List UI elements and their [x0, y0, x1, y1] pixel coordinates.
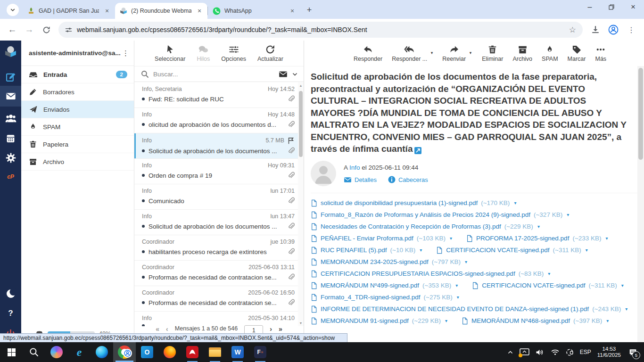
- search-bar[interactable]: Buscar...: [134, 66, 304, 82]
- attachment-menu-icon[interactable]: ▾: [567, 212, 569, 217]
- list-scrollbar[interactable]: ▲ ▼: [298, 82, 304, 326]
- compose-button[interactable]: [0, 68, 21, 86]
- forward-button[interactable]: Reenviar ▾: [442, 45, 466, 62]
- screen-share-icon[interactable]: [520, 348, 529, 356]
- refresh-button[interactable]: Actualizar: [257, 45, 283, 62]
- tray-chevron-up-icon[interactable]: [507, 349, 513, 355]
- attachment-menu-icon[interactable]: ▾: [514, 200, 516, 206]
- attachment-menu-icon[interactable]: ▾: [420, 247, 422, 253]
- attachment-item[interactable]: Formato_8_Razón de Proformas y Análisis …: [311, 211, 569, 219]
- tab-close-icon[interactable]: ×: [103, 7, 111, 15]
- url-text[interactable]: webmail.sanjuan.gob.ec/cpsess0865726561/…: [77, 26, 564, 33]
- bookmark-star-icon[interactable]: ☆: [569, 25, 576, 35]
- folder-archivo[interactable]: Archivo: [21, 153, 134, 171]
- attachment-name[interactable]: MEMORANDUM 91-signed.pdf: [321, 317, 409, 324]
- message-row[interactable]: Info lun 17:01 Comunicado: [134, 184, 298, 210]
- next-page-button[interactable]: ›: [270, 325, 272, 333]
- attachment-name[interactable]: CERTIFICACION PRESUPUESTARIA ESPACIOS-si…: [321, 270, 515, 277]
- tab-whatsapp[interactable]: WhatsApp ×: [208, 3, 300, 19]
- message-row[interactable]: Info Hoy 14:48 olicitud de aprobación de…: [134, 108, 298, 133]
- attachment-name[interactable]: PROFORMA 17-2025-signed.pdf: [476, 235, 569, 242]
- attachment-item[interactable]: CERTIFICACION VCATE-signed.pdf (~311 KB)…: [436, 247, 588, 254]
- attachment-item[interactable]: Necesidades de Contratación y Recepción …: [311, 223, 540, 230]
- attachment-item[interactable]: CERTIFICACION PRESUPUESTARIA ESPACIOS-si…: [311, 270, 550, 278]
- attachment-menu-icon[interactable]: ▾: [625, 306, 627, 312]
- attachment-name[interactable]: INFORME DE DETERMINACION DE NECESIDAD EV…: [321, 305, 589, 313]
- tab-close-icon[interactable]: ×: [288, 7, 297, 15]
- taskbar-ie-button[interactable]: e: [68, 342, 91, 362]
- taskbar-word-button[interactable]: W: [226, 342, 249, 362]
- attachment-item[interactable]: RUC PENAFIEL (5).pdf (~10 KB) ▾: [311, 247, 422, 254]
- taskbar-explorer-button[interactable]: [204, 342, 226, 362]
- tab-close-icon[interactable]: ×: [195, 7, 204, 15]
- attachment-menu-icon[interactable]: ▾: [548, 271, 550, 276]
- attachment-menu-icon[interactable]: ▾: [450, 236, 452, 241]
- language-indicator[interactable]: ESP: [580, 349, 591, 355]
- message-row[interactable]: Coordinador 2025-06-03 13:11 Proformas d…: [134, 261, 298, 286]
- notification-center-button[interactable]: 5: [627, 346, 638, 358]
- attachment-name[interactable]: CERTIFICACION VCATE-signed.pdf: [482, 282, 585, 289]
- reply-all-button[interactable]: Responder ... ▾: [392, 45, 427, 62]
- folder-spam[interactable]: SPAM: [21, 118, 134, 136]
- attachment-menu-icon[interactable]: ▾: [465, 259, 467, 264]
- help-button[interactable]: ?: [0, 304, 21, 322]
- attachment-item[interactable]: INFORME DE DETERMINACION DE NECESIDAD EV…: [311, 305, 627, 313]
- reply-all-dropdown-icon[interactable]: ▾: [431, 50, 433, 55]
- mail-nav-button[interactable]: [0, 86, 21, 107]
- details-link[interactable]: Detalles: [344, 176, 377, 184]
- message-scrollbar[interactable]: [637, 66, 644, 342]
- prev-page-button[interactable]: ‹: [166, 325, 168, 333]
- attachment-menu-icon[interactable]: ▾: [586, 247, 588, 253]
- taskbar-f-app-button[interactable]: F≡: [249, 342, 272, 362]
- options-button[interactable]: Opciones: [221, 45, 246, 62]
- attachment-menu-icon[interactable]: ▾: [445, 318, 447, 323]
- reload-button[interactable]: [39, 23, 53, 37]
- list-scrollbar-thumb[interactable]: [299, 91, 303, 157]
- attachment-name[interactable]: Formato_4_TDR-signed-signed.pdf: [321, 294, 421, 301]
- attachment-name[interactable]: PEÑAFIEL - Enviar Proforma.pdf: [321, 235, 413, 242]
- tab-roundcube[interactable]: (2) Roundcube Webmail :: Envia ×: [115, 3, 207, 19]
- select-button[interactable]: Seleccionar: [155, 45, 185, 62]
- minimize-button[interactable]: –: [579, 0, 601, 14]
- address-bar[interactable]: webmail.sanjuan.gob.ec/cpsess0865726561/…: [58, 22, 583, 38]
- attachment-name[interactable]: Formato_8_Razón de Proformas y Análisis …: [321, 211, 530, 218]
- folder-entrada[interactable]: Entrada 2: [21, 66, 134, 83]
- taskbar-acrobat-button[interactable]: [181, 342, 204, 362]
- contacts-nav-button[interactable]: [0, 109, 21, 127]
- taskbar-edge-button[interactable]: [91, 342, 113, 362]
- tab-gad[interactable]: GAD | GADPR San Juan | ×: [23, 3, 115, 19]
- headers-link[interactable]: Cabeceras: [388, 176, 428, 183]
- new-tab-button[interactable]: +: [303, 4, 315, 16]
- open-in-new-window-icon[interactable]: [414, 147, 421, 154]
- attachment-item[interactable]: MEMORÁNDUM Nº468-signed.pdf (~397 KB) ▾: [462, 317, 609, 325]
- message-row[interactable]: Info lun 13:47 Solicitud de aprobación d…: [134, 210, 298, 235]
- cast-icon[interactable]: [566, 348, 574, 356]
- attachment-item[interactable]: MEMORANDUM 234-2025-signed.pdf (~797 KB)…: [311, 258, 467, 266]
- downloads-button[interactable]: [588, 23, 603, 37]
- first-page-button[interactable]: «: [156, 325, 159, 333]
- settings-nav-button[interactable]: [0, 149, 21, 167]
- search-options-chevron-icon[interactable]: [292, 71, 298, 77]
- attachment-name[interactable]: Necesidades de Contratación y Recepción …: [321, 223, 501, 230]
- message-row[interactable]: Coordinador jue 10:39 habilitantes proce…: [134, 235, 298, 261]
- attachment-item[interactable]: Formato_4_TDR-signed-signed.pdf (~275 KB…: [311, 294, 459, 301]
- attachment-item[interactable]: PROFORMA 17-2025-signed.pdf (~233 KB) ▾: [466, 235, 608, 242]
- last-page-button[interactable]: »: [279, 325, 282, 333]
- calendar-nav-button[interactable]: [0, 129, 21, 147]
- attachment-name[interactable]: MEMORÁNDUM Nº499-signed.pdf: [321, 282, 419, 289]
- mark-button[interactable]: Marcar: [568, 45, 586, 62]
- folder-borradores[interactable]: Borradores: [21, 83, 134, 101]
- message-row[interactable]: Coordinador 2025-06-02 16:50 Proformas d…: [134, 286, 298, 312]
- start-button[interactable]: [0, 342, 23, 362]
- scroll-up-icon[interactable]: ▲: [299, 84, 303, 87]
- clock[interactable]: 14:53 11/6/2025: [597, 346, 621, 359]
- delete-button[interactable]: Eliminar: [482, 45, 503, 62]
- attachment-name[interactable]: RUC PENAFIEL (5).pdf: [321, 247, 387, 254]
- wifi-icon[interactable]: [551, 348, 560, 356]
- taskbar-outlook-button[interactable]: O: [136, 342, 158, 362]
- taskbar-firefox-button[interactable]: [158, 342, 181, 362]
- account-menu-button[interactable]: ⋮: [122, 49, 129, 58]
- attachment-item[interactable]: solicitud de disponibilidad presupuestar…: [311, 199, 516, 207]
- forward-dropdown-icon[interactable]: ▾: [470, 50, 472, 55]
- back-button[interactable]: ←: [5, 23, 19, 37]
